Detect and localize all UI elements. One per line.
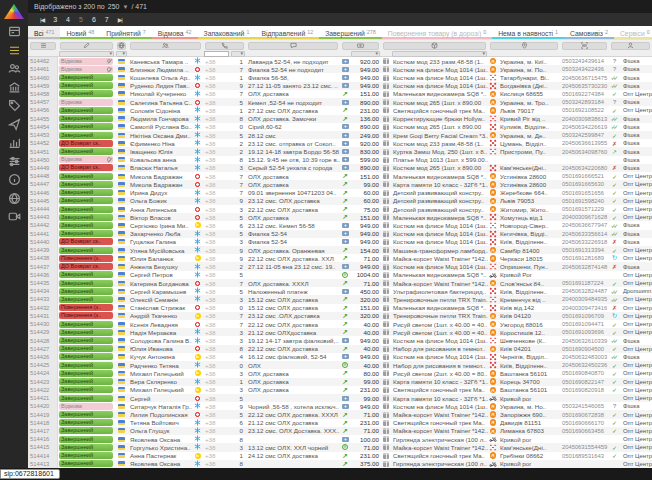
column-header-box-icon[interactable] — [383, 42, 486, 50]
sip-status[interactable]: sip:0672818601 — [0, 469, 60, 479]
sidebar-item-orders[interactable] — [0, 43, 28, 62]
table-row[interactable]: 514443ЗавершенийВіктор Власов+385ОЛХ дос… — [28, 213, 652, 221]
sidebar-item-company[interactable] — [0, 80, 28, 99]
sidebar-item-campaigns[interactable] — [0, 117, 28, 136]
tracking-number-cell[interactable]: 20450632450236 — [560, 362, 609, 368]
column-header-globe-icon[interactable] — [117, 42, 126, 50]
status-badge[interactable]: Завершений — [59, 419, 113, 426]
table-row[interactable]: 514445ЗавершенийОльга Божик+38923.12 смс… — [28, 197, 652, 205]
status-badge[interactable]: Відмова — [59, 66, 113, 73]
table-row[interactable]: 514419ЗавершенийЛилия Подолинская+38522.… — [28, 410, 652, 418]
status-badge[interactable]: Повернення (з.. — [59, 304, 113, 311]
tracking-number-cell[interactable]: 20450634098760 — [560, 149, 609, 155]
status-badge[interactable]: Відмова — [59, 58, 113, 65]
table-row[interactable]: 514450ВідмоваКовальова анна+38815.12. 9:… — [28, 156, 652, 164]
status-badge[interactable]: Завершений — [59, 296, 113, 303]
status-badge[interactable]: Завершений — [59, 271, 113, 278]
tracking-number-cell[interactable]: 20450633356614 — [560, 231, 609, 237]
table-row[interactable]: 514435ЗавершенийКатерина Богданова+387ОЛ… — [28, 279, 652, 287]
status-badge[interactable]: Відмова — [59, 156, 113, 163]
table-row[interactable]: 514434ЗавершенийСергей Карамышев+385Нало… — [28, 287, 652, 295]
tracking-number-cell[interactable]: 0501691093696 — [560, 329, 609, 335]
sidebar-item-web[interactable] — [0, 191, 28, 210]
status-badge[interactable]: Повернення (з.. — [59, 255, 113, 262]
table-row[interactable]: 514462ВідмоваКаневська Тамара ..+381Лава… — [28, 57, 652, 65]
table-row[interactable]: 514454ЗавершенийСамотій Руслана Во..+380… — [28, 123, 652, 131]
column-filter-input[interactable] — [204, 51, 229, 57]
tab-10[interactable]: Сервіси0 — [614, 26, 652, 39]
tracking-number-cell[interactable]: 20450634220680 — [560, 165, 609, 171]
tracking-number-cell[interactable]: 0501690822147 — [560, 379, 609, 385]
status-badge[interactable]: Завершений — [59, 247, 113, 254]
tab-8[interactable]: Нема в наявності1 — [492, 26, 564, 39]
table-row[interactable]: 514461ВідмоваБлизнюк Людмила ..+387Фиалк… — [28, 65, 652, 73]
table-row[interactable]: 514417ЗавершенийОльга Глущук+38023.12 см… — [28, 427, 652, 435]
table-row[interactable]: 514427ЗавершенийЮлия Иванова+38822.12 см… — [28, 345, 652, 353]
status-badge[interactable]: Завершений — [59, 206, 113, 213]
column-header-phone-icon[interactable] — [205, 42, 244, 50]
column-header-list-icon[interactable] — [30, 42, 56, 50]
tab-5[interactable]: Відправлений12 — [255, 26, 319, 39]
page-button-3[interactable]: 3 — [53, 16, 57, 23]
sidebar-item-settings[interactable] — [0, 154, 28, 173]
tracking-number-cell[interactable]: 0501691281689 — [560, 255, 609, 261]
tab-3[interactable]: Відмова42 — [152, 26, 198, 39]
table-row[interactable]: 514447ЗавершенийМикола Бадражан+387ОЛХ д… — [28, 180, 652, 188]
table-row[interactable]: 514422ЗавершенийМихаил Гилецькийlc+383ОЛ… — [28, 386, 652, 394]
page-size-caret-icon[interactable]: ▼ — [122, 4, 128, 10]
status-badge[interactable]: Завершений — [59, 222, 113, 229]
sidebar-item-statistics[interactable] — [0, 135, 28, 154]
column-header-money-icon[interactable] — [342, 42, 379, 50]
tracking-number-cell[interactable]: 0501691094471 — [560, 321, 609, 327]
tracking-number-cell[interactable]: 20450635730230 — [560, 83, 609, 89]
tracking-number-cell[interactable]: 0501690672838 — [560, 412, 609, 418]
status-badge[interactable]: Завершений — [59, 452, 113, 459]
status-badge[interactable]: Завершений — [59, 329, 113, 336]
status-badge[interactable]: Завершений — [59, 115, 113, 122]
tracking-number-cell[interactable]: 20450633226918 — [560, 239, 609, 245]
sidebar-item-info[interactable] — [0, 172, 28, 191]
tracking-number-cell[interactable]: 0501690840870 — [560, 370, 609, 376]
status-badge[interactable]: Завершений — [59, 362, 113, 369]
column-header-pin-icon[interactable] — [490, 42, 558, 50]
table-row[interactable]: 514414ЗавершенийАнна Пастернакlc+38124.1… — [28, 452, 652, 460]
status-badge[interactable]: Завершений — [59, 74, 113, 81]
status-badge[interactable]: Відмова — [59, 403, 113, 410]
status-badge[interactable]: Завершений — [59, 123, 113, 130]
status-badge[interactable]: Завершений — [59, 411, 113, 418]
status-badge[interactable]: Завершений — [59, 370, 113, 377]
tracking-number-cell[interactable]: 20450636715475 — [560, 75, 609, 81]
status-badge[interactable]: Завершений — [59, 82, 113, 89]
table-row[interactable]: 514441ЗавершенийЗахарченко Люба+385Фиалк… — [28, 230, 652, 238]
table-row[interactable]: 514436ЗавершенийСергей Петров+385₴1004.0… — [28, 271, 652, 279]
table-row[interactable]: 514416ЗавершенийЯковлева Оксана+388100.0… — [28, 435, 652, 443]
status-badge[interactable]: ДО Возврат ск.. — [59, 164, 113, 171]
tracking-number-cell[interactable]: 0503243439614 — [560, 58, 609, 64]
column-header-scan-icon[interactable] — [562, 42, 607, 50]
sidebar-item-video[interactable] — [0, 209, 28, 228]
table-row[interactable]: 514423ЗавершенийВера Скляренко+381ОЛХ до… — [28, 378, 652, 386]
tracking-number-cell[interactable]: 20450636613955 — [560, 140, 609, 146]
status-badge[interactable]: Завершений — [59, 353, 113, 360]
status-badge[interactable]: Завершений — [59, 288, 113, 295]
table-row[interactable]: 514449ДО Возврат ск..Власюк Наталья+383С… — [28, 164, 652, 172]
tracking-number-cell[interactable]: 20450632483003 — [560, 354, 609, 360]
tracking-number-cell[interactable]: 0501690663456 — [560, 428, 609, 434]
status-badge[interactable]: Завершений — [59, 436, 113, 443]
status-badge[interactable]: Відмова — [59, 99, 113, 106]
status-badge[interactable]: Завершений — [59, 427, 113, 434]
sidebar-item-products[interactable] — [0, 98, 28, 117]
table-row[interactable]: 514456ЗавершенийСоломія Сідоніна+38127.1… — [28, 106, 652, 114]
tracking-number-cell[interactable]: 20400309838613 — [560, 116, 609, 122]
status-badge[interactable]: Завершений — [59, 386, 113, 393]
table-row[interactable]: 514440ДО Возврат ск..Гуцалюк Галина+383Ф… — [28, 238, 652, 246]
status-badge[interactable]: Завершений — [59, 189, 113, 196]
column-header-chat-icon[interactable] — [248, 42, 338, 50]
tab-1[interactable]: Новий48 — [60, 26, 100, 39]
table-row[interactable]: 514446ЗавершенийИрина Дидух+38709.01 зве… — [28, 189, 652, 197]
page-button-5[interactable]: 5 — [79, 16, 83, 23]
app-logo-icon[interactable] — [4, 4, 24, 19]
tab-7[interactable]: Повернення товару (в дорозі)0 — [382, 26, 492, 39]
tracking-number-cell[interactable]: 0501691665630 — [560, 181, 609, 187]
status-badge[interactable]: Завершений — [59, 230, 113, 237]
